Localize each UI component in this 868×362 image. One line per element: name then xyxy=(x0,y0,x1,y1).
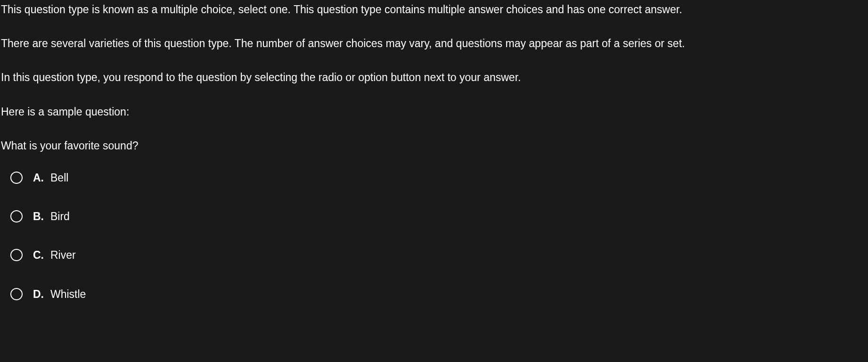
option-letter: C. xyxy=(33,247,44,263)
description-paragraph-3: In this question type, you respond to th… xyxy=(1,70,867,85)
option-label: Bird xyxy=(50,209,70,224)
option-d[interactable]: D. Whistle xyxy=(10,287,867,302)
radio-icon xyxy=(10,210,23,222)
radio-icon xyxy=(10,288,23,300)
radio-icon xyxy=(10,249,23,261)
radio-icon xyxy=(10,172,23,184)
sample-heading: Here is a sample question: xyxy=(1,104,867,119)
question-text: What is your favorite sound? xyxy=(1,138,867,153)
option-letter: B. xyxy=(33,209,44,224)
option-a[interactable]: A. Bell xyxy=(10,170,867,185)
option-c[interactable]: C. River xyxy=(10,247,867,263)
description-paragraph-2: There are several varieties of this ques… xyxy=(1,36,867,51)
option-b[interactable]: B. Bird xyxy=(10,209,867,224)
option-letter: A. xyxy=(33,170,44,185)
option-letter: D. xyxy=(33,287,44,302)
option-label: Bell xyxy=(50,170,68,185)
option-label: Whistle xyxy=(50,287,86,302)
description-paragraph-1: This question type is known as a multipl… xyxy=(1,2,867,17)
option-label: River xyxy=(50,247,76,263)
